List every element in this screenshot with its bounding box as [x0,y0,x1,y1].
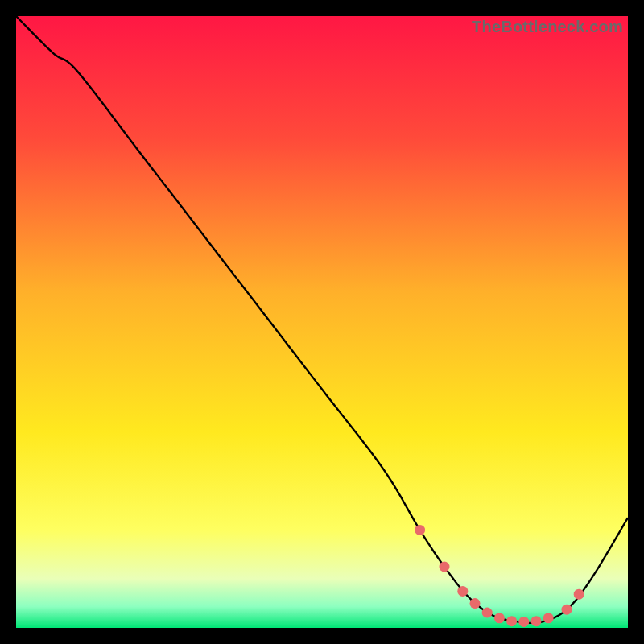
curve-marker [506,616,517,626]
curve-marker [457,586,468,597]
curve-marker [543,613,554,623]
curve-marker [440,562,450,572]
gradient-background [16,16,628,628]
curve-marker [574,589,584,600]
curve-marker [562,605,572,615]
curve-marker [531,616,542,626]
curve-marker [518,617,529,627]
curve-marker [494,613,505,623]
curve-marker [482,608,493,618]
chart-frame: TheBottleneck.com [16,16,628,628]
watermark-text: TheBottleneck.com [472,18,623,36]
bottleneck-chart [16,16,628,628]
curve-marker [470,598,481,609]
curve-marker [415,525,425,535]
